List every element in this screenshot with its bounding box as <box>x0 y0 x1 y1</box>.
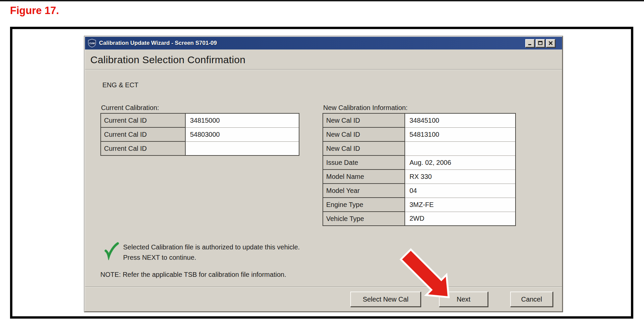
table-row: Issue Date Aug. 02, 2006 <box>323 155 516 170</box>
svg-text:CUW: CUW <box>89 42 95 44</box>
row-label-cell: Current Cal ID <box>101 141 185 155</box>
table-row: Current Cal ID 34815000 <box>101 113 299 127</box>
status-text-line1: Selected Calibration file is authorized … <box>123 243 300 251</box>
cancel-button[interactable]: Cancel <box>510 292 553 307</box>
current-calibration-table: Current Cal ID 34815000 Current Cal ID 5… <box>100 113 299 156</box>
row-value-cell: 34845100 <box>405 113 516 127</box>
minimize-icon <box>528 41 532 45</box>
note-text: NOTE: Refer the applicable TSB for calib… <box>100 271 286 279</box>
cuw-shield-icon: CUW <box>88 39 96 47</box>
table-row: Model Name RX 330 <box>323 170 516 184</box>
table-row: Model Year 04 <box>323 184 516 198</box>
row-value-cell: RX 330 <box>405 170 516 184</box>
window-titlebar[interactable]: CUW Calibration Update Wizard - Screen S… <box>85 37 562 49</box>
table-row: Current Cal ID 54803000 <box>101 127 299 141</box>
row-label-cell: New Cal ID <box>323 127 405 141</box>
new-calibration-table: New Cal ID 34845100 New Cal ID 54813100 … <box>323 113 516 226</box>
row-value-cell: 34815000 <box>185 113 299 127</box>
row-value-cell <box>405 141 516 155</box>
red-arrow-icon <box>396 247 452 300</box>
maximize-button[interactable] <box>536 39 545 47</box>
maximize-icon <box>538 41 543 45</box>
row-value-cell: 3MZ-FE <box>405 198 516 212</box>
row-value-cell: Aug. 02, 2006 <box>405 155 516 170</box>
new-calibration-section-label: New Calibration Information: <box>323 104 407 112</box>
row-label-cell: Issue Date <box>323 155 405 170</box>
row-label-cell: Current Cal ID <box>101 127 185 141</box>
row-value-cell <box>185 141 299 155</box>
figure-caption: Figure 17. <box>10 5 59 17</box>
window-controls <box>525 39 555 47</box>
table-row: Current Cal ID <box>101 141 299 155</box>
row-value-cell: 04 <box>405 184 516 198</box>
row-value-cell: 54813100 <box>405 127 516 141</box>
row-label-cell: Vehicle Type <box>323 212 405 226</box>
page-top-rule <box>0 0 644 1</box>
system-label: ENG & ECT <box>102 81 139 89</box>
close-button[interactable] <box>546 39 555 47</box>
status-text-line2: Press NEXT to continue. <box>123 254 196 261</box>
row-label-cell: New Cal ID <box>323 141 405 155</box>
row-label-cell: Model Year <box>323 184 405 198</box>
table-row: New Cal ID <box>323 141 516 155</box>
green-check-icon <box>104 242 120 260</box>
dialog-content: Calibration Selection Confirmation ENG &… <box>85 49 562 311</box>
table-row: New Cal ID 34845100 <box>323 113 516 127</box>
table-row: New Cal ID 54813100 <box>323 127 516 141</box>
row-label-cell: New Cal ID <box>323 113 405 127</box>
current-calibration-section-label: Current Calibration: <box>101 104 159 112</box>
heading-separator <box>85 69 562 70</box>
calibration-update-wizard-window: CUW Calibration Update Wizard - Screen S… <box>84 36 563 312</box>
minimize-button[interactable] <box>525 39 535 47</box>
row-label-cell: Current Cal ID <box>101 113 185 127</box>
row-label-cell: Engine Type <box>323 198 405 212</box>
row-value-cell: 2WD <box>405 212 516 226</box>
row-label-cell: Model Name <box>323 170 405 184</box>
window-title: Calibration Update Wizard - Screen S701-… <box>99 40 525 46</box>
table-row: Vehicle Type 2WD <box>323 212 516 226</box>
table-row: Engine Type 3MZ-FE <box>323 198 516 212</box>
button-bar-separator <box>85 287 562 287</box>
row-value-cell: 54803000 <box>185 127 299 141</box>
screen-heading: Calibration Selection Confirmation <box>90 54 246 66</box>
close-icon <box>548 41 553 45</box>
